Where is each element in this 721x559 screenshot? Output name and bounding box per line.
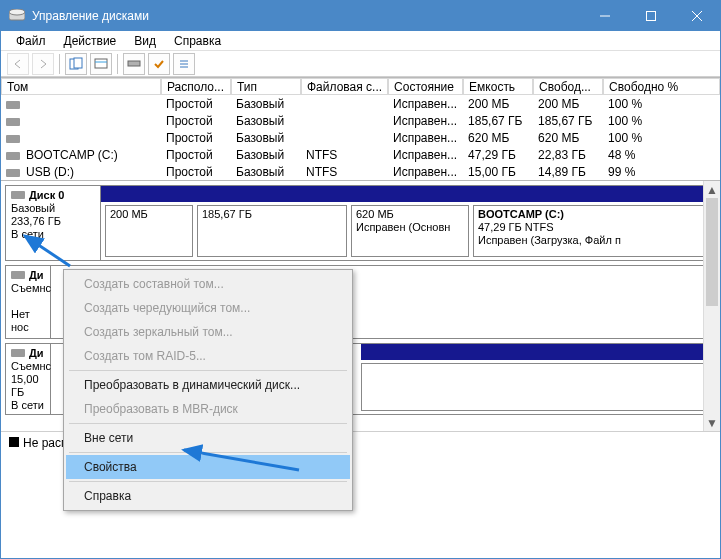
disk-row-0[interactable]: Диск 0 Базовый 233,76 ГБ В сети 200 МБ 1… <box>5 185 716 261</box>
menu-convert-mbr[interactable]: Преобразовать в MBR-диск <box>66 397 350 421</box>
volume-list-pane: Том Располо... Тип Файловая с... Состоян… <box>1 77 720 181</box>
menu-convert-dynamic[interactable]: Преобразовать в динамический диск... <box>66 373 350 397</box>
volumes-view-icon[interactable] <box>123 53 145 75</box>
refresh-icon[interactable] <box>65 53 87 75</box>
disk-partitions: 200 МБ 185,67 ГБ 620 МБИсправен (Основн … <box>101 186 715 260</box>
table-row[interactable]: ПростойБазовыйИсправен...185,67 ГБ185,67… <box>1 112 720 129</box>
svg-rect-10 <box>128 61 140 66</box>
toolbar-divider <box>117 54 118 74</box>
partition-bar <box>101 186 715 202</box>
menubar: Файл Действие Вид Справка <box>1 31 720 51</box>
svg-rect-3 <box>647 12 656 21</box>
maximize-button[interactable] <box>628 1 674 31</box>
back-button[interactable] <box>7 53 29 75</box>
svg-rect-8 <box>95 59 107 68</box>
check-icon[interactable] <box>148 53 170 75</box>
partition[interactable]: 620 МБИсправен (Основн <box>351 205 469 257</box>
partition[interactable]: 200 МБ <box>105 205 193 257</box>
context-menu: Создать составной том... Создать чередую… <box>63 269 353 511</box>
minimize-button[interactable] <box>582 1 628 31</box>
menu-new-mirrored-volume[interactable]: Создать зеркальный том... <box>66 320 350 344</box>
annotation-arrow <box>174 445 304 478</box>
volume-icon <box>6 101 20 109</box>
table-row[interactable]: BOOTCAMP (C:)ПростойБазовыйNTFSИсправен.… <box>1 146 720 163</box>
vertical-scrollbar[interactable]: ▲ ▼ <box>703 181 720 431</box>
toolbar-divider <box>59 54 60 74</box>
close-button[interactable] <box>674 1 720 31</box>
partition[interactable]: BOOTCAMP (C:)47,29 ГБ NTFSИсправен (Загр… <box>473 205 711 257</box>
partition[interactable]: 185,67 ГБ <box>197 205 347 257</box>
col-capacity[interactable]: Емкость <box>463 78 533 95</box>
col-layout[interactable]: Располо... <box>161 78 231 95</box>
menu-help[interactable]: Справка <box>66 484 350 508</box>
table-row[interactable]: ПростойБазовыйИсправен...200 МБ200 МБ100… <box>1 95 720 112</box>
scroll-up-icon[interactable]: ▲ <box>704 181 720 198</box>
menu-new-striped-volume[interactable]: Создать чередующийся том... <box>66 296 350 320</box>
disk-icon <box>11 191 25 199</box>
app-icon <box>9 9 25 23</box>
menu-separator <box>69 481 347 482</box>
menu-file[interactable]: Файл <box>7 32 55 50</box>
menu-help[interactable]: Справка <box>165 32 230 50</box>
titlebar: Управление дисками <box>1 1 720 31</box>
menu-separator <box>69 370 347 371</box>
col-fs[interactable]: Файловая с... <box>301 78 388 95</box>
window-title: Управление дисками <box>32 9 582 23</box>
scroll-thumb[interactable] <box>706 198 718 306</box>
partition-bar <box>361 344 711 360</box>
table-row[interactable]: USB (D:)ПростойБазовыйNTFSИсправен...15,… <box>1 163 720 180</box>
volume-icon <box>6 118 20 126</box>
list-icon[interactable] <box>173 53 195 75</box>
col-pct[interactable]: Свободно % <box>603 78 720 95</box>
col-type[interactable]: Тип <box>231 78 301 95</box>
toolbar <box>1 51 720 77</box>
disk-info[interactable]: Ди Съемнс 15,00 ГБ В сети <box>6 344 51 414</box>
forward-button[interactable] <box>32 53 54 75</box>
partition[interactable] <box>361 363 711 411</box>
volume-table[interactable]: Том Располо... Тип Файловая с... Состоян… <box>1 78 720 180</box>
svg-rect-7 <box>74 58 82 68</box>
svg-point-1 <box>9 9 25 15</box>
volume-icon <box>6 169 20 177</box>
col-free[interactable]: Свобод... <box>533 78 603 95</box>
table-row[interactable]: ПростойБазовыйИсправен...620 МБ620 МБ100… <box>1 129 720 146</box>
annotation-arrow <box>15 231 75 274</box>
help-icon[interactable] <box>90 53 112 75</box>
table-header-row: Том Располо... Тип Файловая с... Состоян… <box>1 78 720 95</box>
menu-action[interactable]: Действие <box>55 32 126 50</box>
disk-info[interactable]: Ди Съемнс Нет нос <box>6 266 51 338</box>
volume-icon <box>6 135 20 143</box>
col-status[interactable]: Состояние <box>388 78 463 95</box>
col-volume[interactable]: Том <box>1 78 161 95</box>
scroll-down-icon[interactable]: ▼ <box>704 414 720 431</box>
volume-icon <box>6 152 20 160</box>
menu-separator <box>69 423 347 424</box>
disk-icon <box>11 349 25 357</box>
menu-new-raid5-volume[interactable]: Создать том RAID-5... <box>66 344 350 368</box>
menu-new-spanned-volume[interactable]: Создать составной том... <box>66 272 350 296</box>
menu-view[interactable]: Вид <box>125 32 165 50</box>
